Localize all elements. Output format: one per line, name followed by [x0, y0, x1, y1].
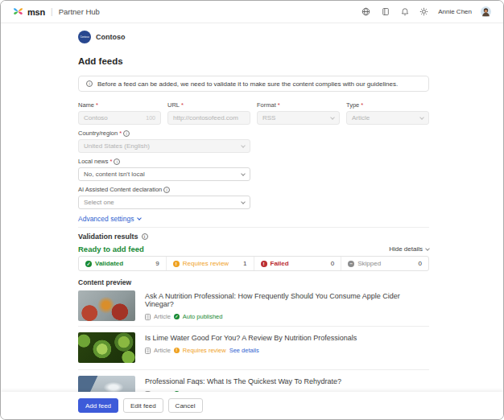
- validation-status: Ready to add feed: [78, 245, 144, 253]
- chevron-down-icon: [241, 143, 246, 148]
- stat-label: Validated: [95, 260, 123, 267]
- notebook-icon[interactable]: [380, 6, 390, 17]
- article-title: Professional Faqs: What Is The Quickest …: [145, 377, 341, 385]
- feed-fields-row: Name* Contoso 100 URL* http://contosofee…: [78, 101, 429, 125]
- preview-item: Is Lime Water Good For You? A Review By …: [78, 332, 429, 363]
- section-divider: [78, 227, 429, 228]
- add-feed-button[interactable]: Add feed: [78, 398, 118, 413]
- chevron-down-icon: [419, 115, 424, 120]
- type-select: Article: [346, 111, 429, 125]
- chevron-down-icon: [425, 246, 430, 251]
- field-country: Country/region* i United States (English…: [78, 130, 250, 153]
- ai-declaration-value: Select one: [84, 199, 114, 206]
- check-circle-icon: ✓: [174, 314, 180, 319]
- thumbnail-limes-photo: [78, 332, 135, 363]
- publisher-name: Contoso: [96, 33, 126, 41]
- stat-label: Failed: [271, 260, 289, 267]
- stat-count: 9: [155, 260, 159, 267]
- name-input: Contoso 100: [78, 111, 161, 125]
- local-news-select[interactable]: No, content isn't local: [78, 167, 250, 181]
- format-label: Format*: [257, 101, 340, 109]
- required-asterisk: *: [119, 130, 122, 137]
- field-local-news: Local news* i No, content isn't local: [78, 158, 250, 181]
- validation-results-heading: Validation results i: [78, 233, 429, 241]
- content-type: Article: [154, 347, 171, 354]
- country-value: United States (English): [84, 142, 150, 150]
- cancel-button[interactable]: Cancel: [168, 398, 203, 413]
- stat-count: 1: [243, 260, 246, 267]
- chevron-down-icon: [138, 216, 143, 220]
- info-icon: i: [142, 233, 148, 240]
- see-details-link[interactable]: See details: [229, 347, 259, 354]
- stat-skipped: − Skipped 0: [341, 257, 428, 270]
- item-divider: [78, 326, 429, 327]
- required-asterisk: *: [96, 101, 98, 109]
- msn-butterfly-logo-icon: [13, 6, 23, 17]
- type-label: Type*: [346, 101, 429, 109]
- stat-requires-review: ! Requires review 1: [166, 257, 254, 270]
- brand: msn | Partner Hub: [13, 6, 100, 17]
- translate-icon[interactable]: [361, 6, 371, 17]
- user-name: Annie Chen: [438, 8, 472, 15]
- advanced-settings-toggle[interactable]: Advanced settings: [78, 215, 429, 222]
- info-icon: i: [86, 80, 93, 87]
- article-title: Ask A Nutrition Professional: How Freque…: [145, 292, 429, 308]
- user-avatar[interactable]: [481, 6, 491, 17]
- top-actions: Annie Chen: [361, 6, 491, 17]
- field-name: Name* Contoso 100: [78, 101, 161, 125]
- edit-feed-button[interactable]: Edit feed: [123, 398, 163, 413]
- info-icon: i: [123, 130, 130, 137]
- validation-status-row: Ready to add feed Hide details: [78, 245, 429, 253]
- article-title: Is Lime Water Good For You? A Review By …: [145, 334, 357, 342]
- publisher-chip: Contoso Contoso: [78, 31, 429, 43]
- check-circle-icon: ✓: [85, 261, 92, 267]
- item-divider: [78, 369, 429, 370]
- type-value: Article: [352, 114, 370, 121]
- brand-divider: |: [51, 7, 53, 16]
- stat-count: 0: [331, 260, 334, 267]
- article-meta: Article ✓ Auto published: [145, 313, 429, 320]
- article-meta: Article ! Requires review See details: [145, 347, 357, 354]
- warning-circle-icon: !: [173, 261, 180, 267]
- validation-stats-bar: ✓ Validated 9 ! Requires review 1 ! Fail…: [78, 256, 429, 271]
- content-preview-heading: Content preview: [78, 278, 429, 286]
- bell-icon[interactable]: [399, 6, 410, 17]
- stat-failed: ! Failed 0: [254, 257, 341, 270]
- article-doc-icon: [145, 348, 151, 354]
- page-title: Add feeds: [78, 56, 429, 67]
- top-bar: msn | Partner Hub: [1, 1, 503, 23]
- info-banner-text: Before a feed can be added, we need to v…: [97, 80, 398, 88]
- skipped-circle-icon: −: [348, 261, 354, 267]
- field-url: URL* http://contosofeed.com: [167, 101, 250, 125]
- format-value: RSS: [262, 114, 275, 121]
- required-asterisk: *: [110, 158, 113, 165]
- gear-icon[interactable]: [419, 6, 429, 17]
- publish-status: Requires review: [183, 347, 226, 354]
- chevron-down-icon: [241, 200, 246, 204]
- required-asterisk: *: [278, 101, 280, 109]
- url-input: http://contosofeed.com: [167, 111, 250, 125]
- name-char-limit: 100: [146, 115, 155, 121]
- partner-hub-window: msn | Partner Hub: [0, 0, 504, 420]
- required-asterisk: *: [361, 101, 363, 109]
- chevron-down-icon: [330, 115, 335, 120]
- info-banner: i Before a feed can be added, we need to…: [78, 76, 429, 92]
- hide-details-toggle[interactable]: Hide details: [389, 245, 429, 253]
- info-icon: i: [163, 187, 170, 193]
- stat-label: Requires review: [183, 260, 229, 267]
- publisher-avatar: Contoso: [78, 31, 91, 43]
- preview-item: Ask A Nutrition Professional: How Freque…: [78, 290, 429, 321]
- error-circle-icon: !: [261, 261, 267, 267]
- ai-declaration-label: AI Assisted Content declaration i: [78, 186, 250, 193]
- warning-circle-icon: !: [174, 348, 180, 353]
- country-select: United States (English): [78, 139, 250, 153]
- field-type: Type* Article: [346, 101, 429, 125]
- ai-declaration-select[interactable]: Select one: [78, 196, 250, 209]
- format-select: RSS: [257, 111, 340, 125]
- msn-wordmark: msn: [27, 7, 45, 17]
- app-name: Partner Hub: [59, 7, 100, 16]
- info-icon: i: [114, 159, 120, 165]
- name-value: Contoso: [84, 114, 108, 121]
- publish-status: Auto published: [183, 313, 223, 320]
- field-ai-declaration: AI Assisted Content declaration i Select…: [78, 186, 250, 209]
